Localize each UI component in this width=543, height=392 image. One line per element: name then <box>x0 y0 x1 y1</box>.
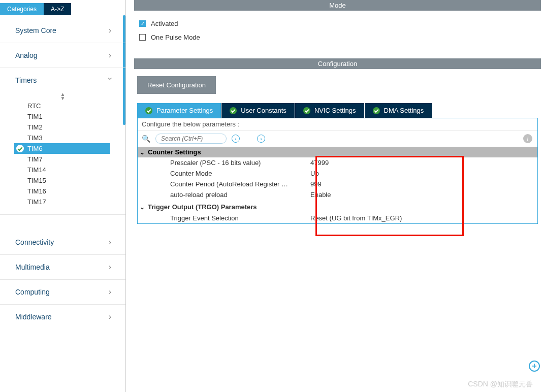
sidebar-group-computing[interactable]: Computing › <box>0 280 125 305</box>
sidebar-group-label: Computing <box>15 288 50 296</box>
status-ok-icon <box>145 107 152 114</box>
prev-button[interactable]: ‹ <box>232 135 240 143</box>
parameter-table: ⌄ Counter Settings Prescaler (PSC - 16 b… <box>138 147 537 223</box>
timer-item-tim7[interactable]: TIM7 <box>24 154 125 165</box>
sidebar-group-timers[interactable]: Timers › <box>0 68 125 89</box>
check-icon <box>16 145 24 152</box>
status-ok-icon <box>303 107 310 114</box>
sidebar-group-multimedia[interactable]: Multimedia › <box>0 255 125 280</box>
reset-configuration-button[interactable]: Reset Configuration <box>137 76 216 94</box>
tab-user-constants[interactable]: User Constants <box>221 103 295 118</box>
sidebar-group-analog[interactable]: Analog › <box>0 43 125 68</box>
tab-parameter-settings[interactable]: Parameter Settings <box>137 103 221 118</box>
one-pulse-label: One Pulse Mode <box>151 34 200 41</box>
parameter-description: Configure the below parameters : <box>138 118 537 130</box>
chevron-right-icon: › <box>109 287 111 297</box>
info-icon[interactable]: i <box>523 134 532 143</box>
mode-header: Mode <box>134 0 541 11</box>
next-button[interactable]: › <box>257 135 265 143</box>
tab-dma-settings[interactable]: DMA Settings <box>365 103 433 118</box>
activated-label: Activated <box>151 20 178 27</box>
param-row-prescaler[interactable]: Prescaler (PSC - 16 bits value) 47999 <box>138 157 537 168</box>
search-icon: 🔍 <box>142 135 150 143</box>
sidebar-tabs: Categories A->Z <box>0 3 125 15</box>
param-row-trigger-event-selection[interactable]: Trigger Event Selection Reset (UG bit fr… <box>138 213 537 223</box>
timer-item-tim2[interactable]: TIM2 <box>24 122 125 133</box>
main-panel: Mode ✓ Activated One Pulse Mode Configur… <box>126 0 543 392</box>
sidebar-group-label: Multimedia <box>15 263 50 271</box>
watermark-text: CSDN @知识噬元兽 <box>468 380 533 389</box>
chevron-right-icon: › <box>109 238 111 247</box>
timer-item-tim15[interactable]: TIM15 <box>24 175 125 186</box>
sidebar-group-label: Analog <box>15 51 38 59</box>
chevron-right-icon: › <box>109 51 111 60</box>
parameter-frame: Configure the below parameters : 🔍 ‹ › i… <box>137 118 538 224</box>
param-row-auto-reload-preload[interactable]: auto-reload preload Enable <box>138 189 537 200</box>
trgo-parameters-header[interactable]: ⌄ Trigger Output (TRGO) Parameters <box>138 200 537 213</box>
chevron-down-icon: ⌄ <box>140 149 145 156</box>
timer-item-tim17[interactable]: TIM17 <box>24 197 125 207</box>
activated-row[interactable]: ✓ Activated <box>139 20 536 27</box>
one-pulse-row[interactable]: One Pulse Mode <box>139 34 536 41</box>
chevron-right-icon: › <box>109 312 111 321</box>
sidebar: Categories A->Z System Core › Analog › T… <box>0 0 126 392</box>
chevron-right-icon: › <box>109 26 111 35</box>
timer-item-tim16[interactable]: TIM16 <box>24 186 125 197</box>
search-input[interactable] <box>155 134 227 144</box>
sidebar-group-label: System Core <box>15 26 56 35</box>
sidebar-group-label: Connectivity <box>15 238 54 246</box>
configuration-header: Configuration <box>134 58 541 69</box>
timer-item-tim1[interactable]: TIM1 <box>24 111 125 122</box>
sidebar-group-label: Middleware <box>15 313 52 321</box>
timer-item-tim14[interactable]: TIM14 <box>24 165 125 175</box>
counter-settings-header[interactable]: ⌄ Counter Settings <box>138 147 537 157</box>
chevron-down-icon: ⌄ <box>140 204 145 211</box>
chevron-down-icon: › <box>105 77 114 80</box>
tab-nvic-settings[interactable]: NVIC Settings <box>295 103 365 118</box>
collapse-handle-icon[interactable]: ▲▼ <box>0 92 125 101</box>
timer-item-rtc[interactable]: RTC <box>24 101 125 111</box>
status-ok-icon <box>230 107 237 114</box>
configuration-tabs: Parameter Settings User Constants NVIC S… <box>137 103 538 118</box>
timer-item-tim3[interactable]: TIM3 <box>24 133 125 143</box>
status-ok-icon <box>373 107 380 114</box>
checkbox-unchecked-icon[interactable] <box>139 34 146 41</box>
sidebar-group-connectivity[interactable]: Connectivity › <box>0 230 125 255</box>
sidebar-tab-categories[interactable]: Categories <box>0 3 44 15</box>
add-button[interactable]: + <box>529 361 540 372</box>
sidebar-group-label: Timers <box>15 76 37 84</box>
sidebar-group-middleware[interactable]: Middleware › <box>0 305 125 329</box>
sidebar-group-system-core[interactable]: System Core › <box>0 18 125 43</box>
chevron-right-icon: › <box>109 263 111 272</box>
timer-item-tim6[interactable]: TIM6 <box>14 143 110 154</box>
timer-list: RTC TIM1 TIM2 TIM3 TIM6 TIM7 TIM14 TIM15… <box>0 101 125 207</box>
param-row-counter-period[interactable]: Counter Period (AutoReload Register … 99… <box>138 179 537 189</box>
checkbox-checked-icon[interactable]: ✓ <box>139 20 146 27</box>
param-row-counter-mode[interactable]: Counter Mode Up <box>138 168 537 179</box>
sidebar-tab-az[interactable]: A->Z <box>44 3 71 15</box>
